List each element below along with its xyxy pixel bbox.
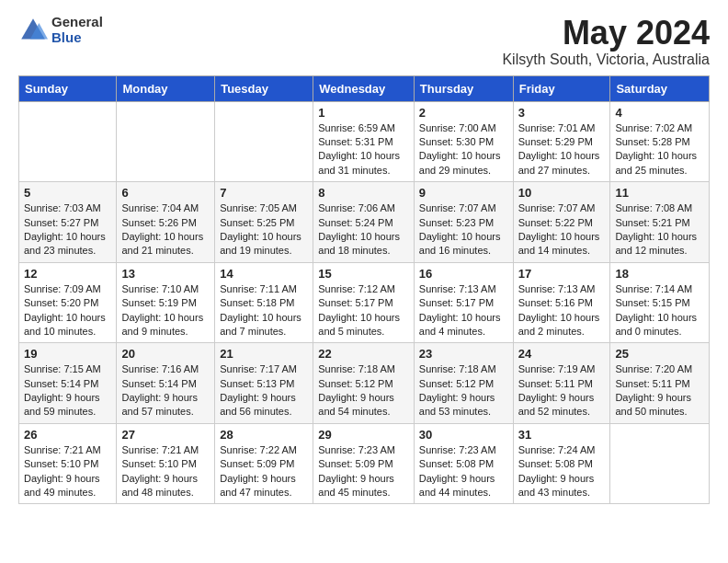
day-number: 7 bbox=[220, 186, 308, 200]
day-info: Sunrise: 7:08 AMSunset: 5:21 PMDaylight:… bbox=[615, 201, 704, 259]
calendar-cell: 22Sunrise: 7:18 AMSunset: 5:12 PMDayligh… bbox=[313, 343, 415, 424]
day-number: 23 bbox=[419, 347, 508, 361]
header-monday: Monday bbox=[117, 75, 215, 101]
calendar-cell: 10Sunrise: 7:07 AMSunset: 5:22 PMDayligh… bbox=[513, 182, 610, 263]
calendar-cell: 29Sunrise: 7:23 AMSunset: 5:09 PMDayligh… bbox=[313, 423, 415, 504]
day-info: Sunrise: 7:06 AMSunset: 5:24 PMDaylight:… bbox=[318, 201, 409, 259]
day-info: Sunrise: 7:24 AMSunset: 5:08 PMDaylight:… bbox=[518, 443, 606, 500]
day-number: 26 bbox=[24, 428, 111, 442]
logo-text: General Blue bbox=[51, 15, 103, 45]
calendar-table: Sunday Monday Tuesday Wednesday Thursday… bbox=[18, 75, 710, 505]
day-number: 24 bbox=[518, 347, 606, 361]
day-number: 22 bbox=[318, 347, 409, 361]
day-number: 9 bbox=[419, 186, 508, 200]
calendar-cell: 4Sunrise: 7:02 AMSunset: 5:28 PMDaylight… bbox=[610, 101, 710, 182]
day-number: 27 bbox=[121, 428, 210, 442]
calendar-cell: 23Sunrise: 7:18 AMSunset: 5:12 PMDayligh… bbox=[414, 343, 513, 424]
subtitle: Kilsyth South, Victoria, Australia bbox=[502, 52, 710, 68]
day-info: Sunrise: 7:13 AMSunset: 5:17 PMDaylight:… bbox=[419, 282, 508, 339]
calendar-week-1: 1Sunrise: 6:59 AMSunset: 5:31 PMDaylight… bbox=[19, 101, 710, 182]
day-info: Sunrise: 7:07 AMSunset: 5:23 PMDaylight:… bbox=[419, 201, 508, 259]
day-info: Sunrise: 7:01 AMSunset: 5:29 PMDaylight:… bbox=[518, 121, 606, 178]
logo-icon bbox=[18, 16, 48, 45]
logo: General Blue bbox=[18, 15, 103, 45]
calendar-cell: 5Sunrise: 7:03 AMSunset: 5:27 PMDaylight… bbox=[19, 182, 117, 263]
calendar-cell: 16Sunrise: 7:13 AMSunset: 5:17 PMDayligh… bbox=[414, 262, 513, 343]
header-sunday: Sunday bbox=[19, 75, 117, 101]
day-info: Sunrise: 7:04 AMSunset: 5:26 PMDaylight:… bbox=[121, 201, 210, 259]
day-number: 2 bbox=[419, 106, 508, 120]
calendar-header: Sunday Monday Tuesday Wednesday Thursday… bbox=[19, 75, 710, 101]
calendar-week-2: 5Sunrise: 7:03 AMSunset: 5:27 PMDaylight… bbox=[19, 182, 710, 263]
calendar-cell: 17Sunrise: 7:13 AMSunset: 5:16 PMDayligh… bbox=[513, 262, 610, 343]
header-tuesday: Tuesday bbox=[215, 75, 313, 101]
main-title: May 2024 bbox=[502, 15, 710, 52]
day-number: 5 bbox=[24, 186, 111, 200]
calendar-cell: 11Sunrise: 7:08 AMSunset: 5:21 PMDayligh… bbox=[610, 182, 710, 263]
day-number: 1 bbox=[318, 106, 409, 120]
day-info: Sunrise: 7:16 AMSunset: 5:14 PMDaylight:… bbox=[121, 362, 210, 419]
header-saturday: Saturday bbox=[610, 75, 710, 101]
day-number: 31 bbox=[518, 428, 606, 442]
day-info: Sunrise: 7:05 AMSunset: 5:25 PMDaylight:… bbox=[220, 201, 308, 259]
calendar-cell bbox=[215, 101, 313, 182]
day-info: Sunrise: 7:11 AMSunset: 5:18 PMDaylight:… bbox=[220, 282, 308, 339]
day-number: 6 bbox=[121, 186, 210, 200]
day-info: Sunrise: 7:17 AMSunset: 5:13 PMDaylight:… bbox=[220, 362, 308, 419]
calendar-cell: 25Sunrise: 7:20 AMSunset: 5:11 PMDayligh… bbox=[610, 343, 710, 424]
calendar-cell: 13Sunrise: 7:10 AMSunset: 5:19 PMDayligh… bbox=[117, 262, 215, 343]
day-number: 21 bbox=[220, 347, 308, 361]
page: General Blue May 2024 Kilsyth South, Vic… bbox=[0, 0, 728, 519]
calendar-cell: 28Sunrise: 7:22 AMSunset: 5:09 PMDayligh… bbox=[215, 423, 313, 504]
day-info: Sunrise: 7:09 AMSunset: 5:20 PMDaylight:… bbox=[24, 282, 111, 339]
day-info: Sunrise: 6:59 AMSunset: 5:31 PMDaylight:… bbox=[318, 121, 409, 178]
calendar-cell: 6Sunrise: 7:04 AMSunset: 5:26 PMDaylight… bbox=[117, 182, 215, 263]
calendar-cell bbox=[117, 101, 215, 182]
logo-blue: Blue bbox=[51, 30, 103, 46]
calendar-cell: 9Sunrise: 7:07 AMSunset: 5:23 PMDaylight… bbox=[414, 182, 513, 263]
day-number: 8 bbox=[318, 186, 409, 200]
calendar-cell: 18Sunrise: 7:14 AMSunset: 5:15 PMDayligh… bbox=[610, 262, 710, 343]
calendar-cell: 3Sunrise: 7:01 AMSunset: 5:29 PMDaylight… bbox=[513, 101, 610, 182]
calendar-cell: 12Sunrise: 7:09 AMSunset: 5:20 PMDayligh… bbox=[19, 262, 117, 343]
day-number: 29 bbox=[318, 428, 409, 442]
header: General Blue May 2024 Kilsyth South, Vic… bbox=[18, 15, 710, 68]
day-number: 4 bbox=[615, 106, 704, 120]
calendar-cell: 7Sunrise: 7:05 AMSunset: 5:25 PMDaylight… bbox=[215, 182, 313, 263]
day-number: 20 bbox=[121, 347, 210, 361]
day-number: 15 bbox=[318, 267, 409, 281]
day-number: 17 bbox=[518, 267, 606, 281]
day-info: Sunrise: 7:12 AMSunset: 5:17 PMDaylight:… bbox=[318, 282, 409, 339]
day-number: 28 bbox=[220, 428, 308, 442]
calendar-cell: 14Sunrise: 7:11 AMSunset: 5:18 PMDayligh… bbox=[215, 262, 313, 343]
day-info: Sunrise: 7:21 AMSunset: 5:10 PMDaylight:… bbox=[24, 443, 111, 500]
day-info: Sunrise: 7:23 AMSunset: 5:09 PMDaylight:… bbox=[318, 443, 409, 500]
calendar-cell: 27Sunrise: 7:21 AMSunset: 5:10 PMDayligh… bbox=[117, 423, 215, 504]
day-info: Sunrise: 7:19 AMSunset: 5:11 PMDaylight:… bbox=[518, 362, 606, 419]
calendar-cell bbox=[610, 423, 710, 504]
calendar-cell: 2Sunrise: 7:00 AMSunset: 5:30 PMDaylight… bbox=[414, 101, 513, 182]
day-info: Sunrise: 7:18 AMSunset: 5:12 PMDaylight:… bbox=[318, 362, 409, 419]
day-number: 10 bbox=[518, 186, 606, 200]
header-thursday: Thursday bbox=[414, 75, 513, 101]
day-number: 11 bbox=[615, 186, 704, 200]
day-info: Sunrise: 7:23 AMSunset: 5:08 PMDaylight:… bbox=[419, 443, 508, 500]
day-number: 3 bbox=[518, 106, 606, 120]
header-row: Sunday Monday Tuesday Wednesday Thursday… bbox=[19, 75, 710, 101]
day-info: Sunrise: 7:21 AMSunset: 5:10 PMDaylight:… bbox=[121, 443, 210, 500]
day-number: 19 bbox=[24, 347, 111, 361]
day-info: Sunrise: 7:10 AMSunset: 5:19 PMDaylight:… bbox=[121, 282, 210, 339]
calendar-week-3: 12Sunrise: 7:09 AMSunset: 5:20 PMDayligh… bbox=[19, 262, 710, 343]
header-wednesday: Wednesday bbox=[313, 75, 415, 101]
title-block: May 2024 Kilsyth South, Victoria, Austra… bbox=[502, 15, 710, 68]
day-number: 12 bbox=[24, 267, 111, 281]
day-info: Sunrise: 7:02 AMSunset: 5:28 PMDaylight:… bbox=[615, 121, 704, 178]
calendar-cell: 15Sunrise: 7:12 AMSunset: 5:17 PMDayligh… bbox=[313, 262, 415, 343]
day-info: Sunrise: 7:00 AMSunset: 5:30 PMDaylight:… bbox=[419, 121, 508, 178]
day-number: 16 bbox=[419, 267, 508, 281]
day-number: 13 bbox=[121, 267, 210, 281]
calendar-cell: 30Sunrise: 7:23 AMSunset: 5:08 PMDayligh… bbox=[414, 423, 513, 504]
day-info: Sunrise: 7:18 AMSunset: 5:12 PMDaylight:… bbox=[419, 362, 508, 419]
calendar-week-4: 19Sunrise: 7:15 AMSunset: 5:14 PMDayligh… bbox=[19, 343, 710, 424]
calendar-cell: 19Sunrise: 7:15 AMSunset: 5:14 PMDayligh… bbox=[19, 343, 117, 424]
